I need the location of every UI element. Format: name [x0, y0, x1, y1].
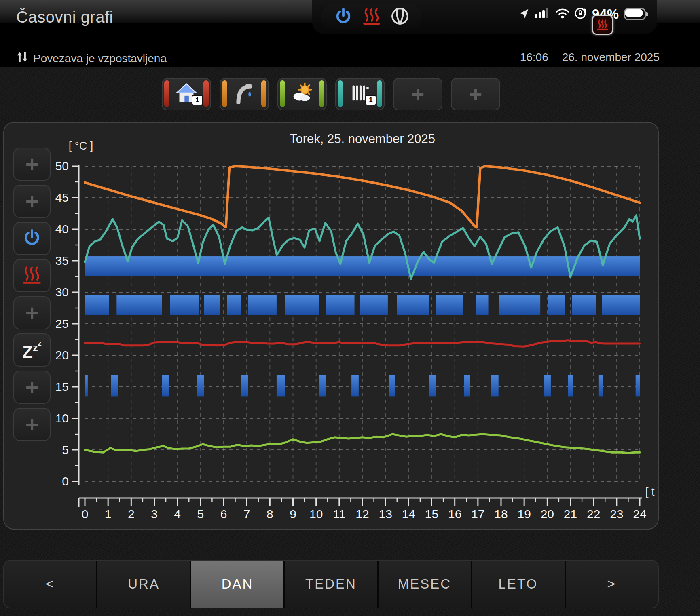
svg-text:4: 4: [174, 507, 181, 521]
sleep-icon: Zzz: [22, 340, 42, 361]
sidebar-button-sleep[interactable]: Zzz: [13, 333, 51, 367]
sidebar-button-add-slot-2[interactable]: +: [13, 185, 51, 218]
svg-text:20: 20: [55, 348, 69, 362]
svg-text:30: 30: [55, 285, 69, 299]
svg-text:22: 22: [587, 507, 600, 521]
svg-text:35: 35: [55, 254, 69, 267]
tab-domestic-hot-water[interactable]: [220, 78, 269, 110]
date-text: 26. november 2025: [562, 51, 660, 63]
x-axis-unit-label: [ t ]: [645, 486, 658, 498]
cellular-signal-icon: [535, 8, 550, 21]
tab-radiator-circuit[interactable]: 1: [335, 78, 385, 110]
y-axis: 05101520253035404550: [55, 159, 79, 488]
svg-text:17: 17: [471, 507, 484, 521]
svg-text:23: 23: [610, 507, 623, 521]
plus-icon: +: [25, 302, 39, 324]
mode-icon-pill: [321, 4, 422, 30]
svg-text:9: 9: [290, 507, 296, 521]
tab-weather[interactable]: [277, 78, 327, 110]
nav-item-prev[interactable]: <: [4, 561, 97, 608]
battery-icon: [624, 8, 649, 20]
orientation-lock-icon: [575, 7, 587, 21]
plus-icon: +: [25, 153, 39, 175]
sidebar-button-heating[interactable]: [13, 259, 51, 292]
plus-icon: +: [25, 376, 39, 399]
tab-add-tab-2[interactable]: +: [451, 78, 500, 110]
svg-text:25: 25: [55, 317, 69, 330]
svg-text:10: 10: [309, 507, 323, 521]
home-circuit-color-strip: [203, 80, 209, 107]
svg-text:21: 21: [564, 507, 577, 521]
nav-item-mesec[interactable]: MESEC: [379, 561, 472, 608]
chart-sidebar: +++Zzz++: [13, 148, 51, 441]
pump-icon[interactable]: [391, 7, 409, 27]
svg-text:12: 12: [355, 507, 369, 521]
sidebar-button-add-slot-5[interactable]: +: [13, 408, 51, 441]
datetime-row: 16:0626. november 2025: [0, 51, 660, 64]
heating-active-badge-icon: [592, 15, 613, 35]
heat-icon: [22, 266, 42, 286]
page-title: Časovni grafi: [16, 8, 113, 26]
tab-home-circuit[interactable]: 1: [162, 78, 211, 110]
status-island: 94%: [312, 0, 657, 34]
time-text: 16:06: [520, 51, 548, 63]
svg-text:5: 5: [62, 443, 69, 456]
chart-title: Torek, 25. november 2025: [290, 132, 435, 146]
nav-item-leto[interactable]: LETO: [472, 561, 565, 608]
domestic-hot-water-color-strip: [222, 80, 227, 107]
svg-text:24: 24: [633, 507, 646, 521]
radiator-circuit-color-strip: [338, 80, 343, 107]
grid: [85, 166, 640, 481]
weather-color-strip: [280, 80, 285, 107]
sidebar-button-add-slot-3[interactable]: +: [13, 296, 51, 329]
svg-text:0: 0: [62, 475, 69, 488]
svg-text:15: 15: [55, 380, 69, 393]
svg-text:13: 13: [379, 507, 392, 521]
svg-text:1: 1: [105, 507, 112, 521]
svg-text:2: 2: [128, 507, 135, 521]
svg-text:0: 0: [82, 507, 89, 521]
nav-item-ura[interactable]: URA: [97, 561, 191, 608]
svg-text:40: 40: [55, 222, 69, 236]
sidebar-button-power[interactable]: [13, 222, 51, 255]
time-chart: 0510152025303540455001234567891011121314…: [4, 123, 658, 529]
svg-text:6: 6: [220, 507, 227, 521]
band-burner-run-band: [85, 295, 640, 315]
svg-text:50: 50: [55, 159, 69, 173]
circuit-tabs: 11++: [162, 78, 500, 110]
header-bar: Časovni grafi: [0, 0, 700, 67]
heating-icon[interactable]: [362, 7, 381, 27]
svg-text:19: 19: [517, 507, 531, 521]
power-icon[interactable]: [334, 7, 353, 27]
power-icon: [22, 228, 42, 249]
nav-item-teden[interactable]: TEDEN: [285, 561, 378, 608]
location-icon: [518, 8, 530, 21]
band-heating-setpoint-band: [85, 256, 640, 276]
wifi-icon: [556, 8, 569, 20]
weather-icon: [291, 82, 313, 106]
y-axis-unit-label: [ °C ]: [69, 140, 93, 152]
chart-panel[interactable]: 0510152025303540455001234567891011121314…: [3, 122, 659, 530]
plus-icon: +: [25, 413, 39, 436]
nav-item-dan[interactable]: DAN: [191, 561, 285, 608]
sidebar-button-add-slot-1[interactable]: +: [13, 148, 51, 181]
domestic-hot-water-color-strip: [261, 80, 266, 107]
plus-icon: +: [25, 190, 39, 213]
tab-badge: 1: [365, 95, 376, 105]
svg-text:11: 11: [333, 507, 345, 521]
sidebar-button-add-slot-4[interactable]: +: [13, 371, 51, 404]
svg-text:18: 18: [494, 507, 508, 521]
svg-text:3: 3: [151, 507, 158, 521]
svg-text:10: 10: [55, 411, 69, 425]
radiator-circuit-color-strip: [377, 80, 382, 107]
weather-color-strip: [319, 80, 324, 107]
x-axis: 0123456789101112131415161718192021222324: [79, 498, 647, 521]
tab-add-tab-1[interactable]: +: [393, 78, 442, 110]
svg-text:8: 8: [266, 507, 273, 521]
svg-text:5: 5: [197, 507, 204, 521]
plus-icon: +: [411, 83, 425, 105]
svg-text:16: 16: [448, 507, 461, 521]
svg-text:14: 14: [402, 507, 415, 521]
faucet-icon: [233, 82, 255, 106]
nav-item-next[interactable]: >: [566, 561, 658, 608]
